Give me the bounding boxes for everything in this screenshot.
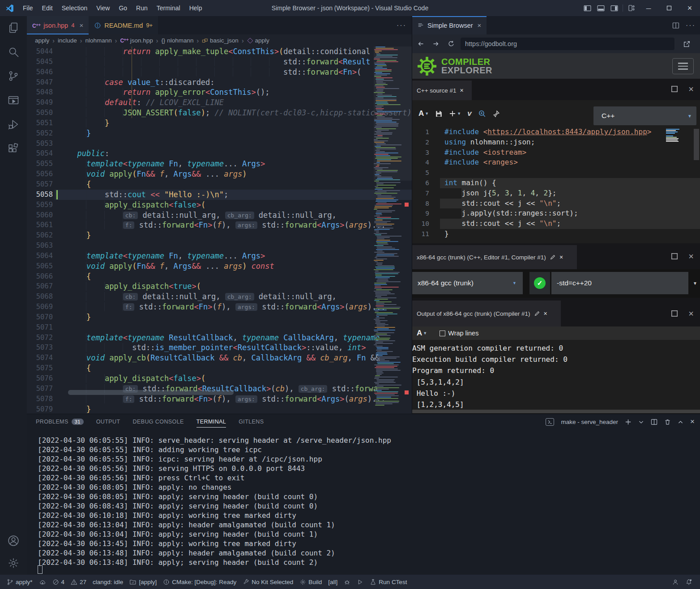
status-bell-dot[interactable] [682, 575, 696, 589]
status-gear[interactable]: Build [296, 575, 325, 589]
maximize-panel-icon[interactable] [678, 419, 683, 425]
godbolt-code-line[interactable]: 9 j.apply(std::ranges::sort); [412, 208, 700, 219]
status-warning[interactable]: 27 [68, 575, 90, 589]
code-line[interactable]: 5061 f: std::forward<Fn>(f), args: std::… [27, 220, 412, 230]
font-size-icon[interactable]: A▼ [418, 109, 429, 118]
terminal-output[interactable]: [2022-04-30 06:05:55] INFO: serve_header… [38, 436, 391, 567]
close-panel-icon[interactable]: × [690, 417, 695, 426]
split-terminal-icon[interactable] [651, 419, 657, 425]
debug-icon[interactable] [6, 117, 21, 131]
panel-tab-debug-console[interactable]: DEBUG CONSOLE [133, 414, 184, 429]
code-line[interactable]: 5044 return apply_make_tuple<ConstThis>(… [27, 47, 412, 57]
maximize-pane-icon[interactable] [670, 309, 679, 318]
close-pane-icon[interactable]: × [460, 87, 464, 94]
godbolt-code-line[interactable]: 6int main() { [412, 178, 700, 188]
edit-pencil-icon[interactable] [534, 310, 540, 317]
code-line[interactable]: 5076 apply_dispatch<false>( [27, 373, 412, 384]
godbolt-code-line[interactable]: 2using nlohmann::json; [412, 137, 700, 148]
maximize-pane-icon[interactable] [670, 252, 679, 260]
godbolt-code-line[interactable]: 1#include <https://localhost:8443/apply/… [412, 127, 700, 137]
source-pane-tab[interactable]: C++ source #1 × [412, 81, 472, 100]
code-line[interactable]: 5063 [27, 241, 412, 251]
godbolt-code-line[interactable]: 10 std::cout << j << "\n"; [412, 219, 700, 229]
menu-edit[interactable]: Edit [38, 0, 57, 16]
maximize-button[interactable] [659, 0, 679, 16]
status-all[interactable]: [all] [325, 575, 341, 589]
code-line[interactable]: 5060 cb: detail::null_arg, cb_arg: detai… [27, 210, 412, 220]
code-line[interactable]: 5075 { [27, 363, 412, 373]
tab-simple-browser[interactable]: Simple Browser × [412, 16, 487, 34]
code-line[interactable]: 5065 void apply(Fn&& f, Args&& ... args)… [27, 261, 412, 271]
minimize-button[interactable]: ─ [638, 0, 659, 16]
code-line[interactable]: 5067 apply_dispatch<true>( [27, 281, 412, 292]
breadcrumb-item[interactable]: apply [35, 37, 49, 44]
status-error[interactable]: 4 [49, 575, 68, 589]
extensions-icon[interactable] [6, 141, 21, 156]
godbolt-code-line[interactable]: 8 std::cout << j << "\n"; [412, 199, 700, 209]
code-line[interactable]: 5072 template<typename ResultCallback, t… [27, 333, 412, 343]
wrap-lines-checkbox[interactable] [440, 331, 445, 336]
customize-layout-icon[interactable] [625, 0, 638, 16]
code-line[interactable]: 5068 cb: detail::null_arg, cb_arg: detai… [27, 292, 412, 302]
status-play[interactable] [354, 575, 367, 589]
breadcrumb-item[interactable]: C⁺⁺json.hpp [120, 37, 153, 44]
menu-file[interactable]: File [18, 0, 38, 16]
toggle-sidebar-left-icon[interactable] [580, 0, 594, 16]
language-select[interactable]: C++ ▼ [593, 106, 696, 125]
status-bug[interactable] [341, 575, 354, 589]
options-dropdown-icon[interactable]: ▼ [693, 281, 697, 286]
breadcrumb-item[interactable]: basic_json [202, 37, 239, 44]
code-line[interactable]: 5057 { [27, 179, 412, 190]
status-cloud-upload[interactable] [36, 575, 49, 589]
compiler-explorer-logo[interactable]: COMPILER EXPLORER [417, 56, 492, 76]
status-feedback[interactable] [669, 575, 682, 589]
close-pane-icon[interactable]: × [688, 309, 694, 318]
code-editor[interactable]: 5044 return apply_make_tuple<ConstThis>(… [27, 47, 412, 414]
more-actions-icon[interactable]: ··· [686, 21, 696, 30]
godbolt-source-editor[interactable]: 1#include <https://localhost:8443/apply/… [412, 127, 700, 243]
reload-icon[interactable] [444, 37, 458, 51]
breadcrumb-item[interactable]: include [58, 37, 77, 44]
breadcrumb-item[interactable]: {}nlohmann [161, 37, 193, 44]
menu-run[interactable]: Run [132, 0, 152, 16]
compiler-options-input[interactable]: -std=c++20 [551, 272, 688, 294]
godbolt-code-line[interactable]: 4#include <ranges> [412, 157, 700, 168]
new-terminal-icon[interactable] [625, 419, 632, 425]
output-scrollbar[interactable] [412, 410, 700, 413]
explorer-icon[interactable] [6, 21, 21, 35]
status-info-circle[interactable]: CMake: [Debug]: Ready [160, 575, 239, 589]
code-line[interactable]: 5056 void apply(Fn&& f, Args&& ... args) [27, 169, 412, 179]
breadcrumb-item[interactable]: apply [247, 37, 269, 44]
save-icon[interactable] [435, 110, 443, 118]
close-tab-icon[interactable]: × [79, 21, 83, 29]
code-line[interactable]: 5045 std::forward<Result [27, 57, 412, 67]
status-beaker[interactable]: Run CTest [367, 575, 410, 589]
code-line[interactable]: 5046 std::forward<Fn>( [27, 67, 412, 77]
edit-pencil-icon[interactable] [550, 254, 556, 260]
maximize-pane-icon[interactable] [670, 85, 679, 93]
vim-mode-icon[interactable]: v [467, 109, 471, 118]
code-line[interactable]: 5066 { [27, 271, 412, 282]
account-icon[interactable] [6, 534, 21, 548]
code-line[interactable]: 5058 std::cout << "Hello :-)\n"; [27, 190, 412, 200]
output-pane-tab[interactable]: Output of x86-64 gcc (trunk) (Compiler #… [412, 301, 561, 326]
toggle-panel-icon[interactable] [594, 0, 607, 16]
add-pane-icon[interactable]: ▼ [449, 110, 461, 117]
run-view-icon[interactable] [6, 93, 21, 107]
code-line[interactable]: 5078 f: std::forward<Fn>(f), args: std::… [27, 394, 412, 404]
code-line[interactable]: 5059 apply_dispatch<false>( [27, 200, 412, 210]
code-line[interactable]: 5070 } [27, 312, 412, 322]
code-line[interactable]: 5062 } [27, 230, 412, 241]
settings-icon[interactable] [6, 556, 21, 570]
code-line[interactable]: 5073 std::is_member_pointer<ResultCallba… [27, 343, 412, 353]
tab-json.hpp[interactable]: C⁺⁺json.hpp4× [27, 16, 89, 34]
url-input[interactable]: https://godbolt.org [461, 38, 674, 50]
pin-icon[interactable] [492, 110, 500, 118]
compiler-pane-tab[interactable]: x86-64 gcc (trunk) (C++, Editor #1, Comp… [412, 245, 577, 269]
godbolt-scrollbar[interactable] [694, 129, 699, 160]
menu-view[interactable]: View [92, 0, 114, 16]
code-line[interactable]: 5069 f: std::forward<Fn>(f), args: std::… [27, 302, 412, 312]
godbolt-code-line[interactable]: 11} [412, 229, 700, 239]
toggle-sidebar-right-icon[interactable] [607, 0, 621, 16]
code-line[interactable]: 5052 } [27, 128, 412, 139]
